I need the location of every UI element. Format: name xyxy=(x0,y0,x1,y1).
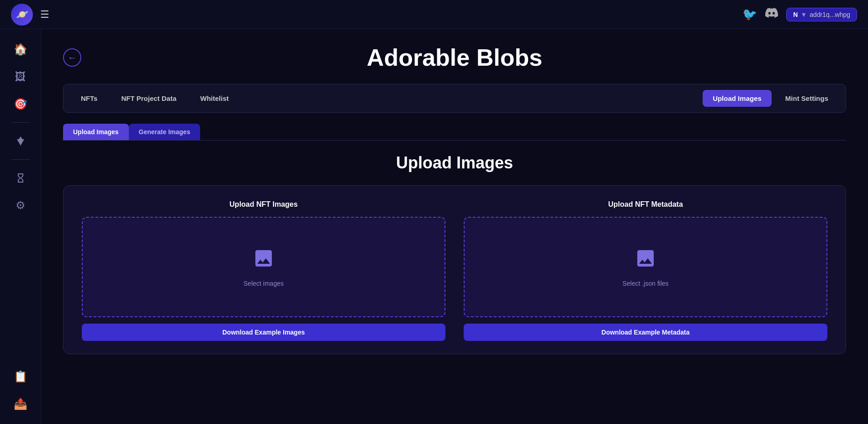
main-content: ← Adorable Blobs NFTs NFT Project Data W… xyxy=(41,29,868,424)
wallet-address: addr1q...whpg xyxy=(810,11,850,18)
back-button[interactable]: ← xyxy=(63,48,81,67)
sidebar-divider-1 xyxy=(11,122,30,123)
sidebar-divider-2 xyxy=(11,159,30,160)
topnav-right: 🐦 N ▼ addr1q...whpg xyxy=(742,6,857,22)
section-title: Upload Images xyxy=(63,153,846,173)
sidebar: 🏠 🖼 🎯 ⚙ 📋 📤 xyxy=(0,29,41,424)
sidebar-item-boost[interactable] xyxy=(9,129,32,153)
sub-divider xyxy=(63,140,846,141)
upload-nft-metadata-title: Upload NFT Metadata xyxy=(608,200,683,209)
upload-nft-images-title: Upload NFT Images xyxy=(229,200,297,209)
sub-tabs: Upload Images Generate Images xyxy=(63,124,846,140)
nft-images-dropzone-label: Select images xyxy=(243,280,284,287)
download-example-images-button[interactable]: Download Example Images xyxy=(82,324,445,341)
sidebar-item-settings[interactable]: ⚙ xyxy=(9,194,32,217)
tab-nft-project-data[interactable]: NFT Project Data xyxy=(111,90,186,107)
tab-mint-settings[interactable]: Mint Settings xyxy=(775,90,838,107)
sidebar-item-gallery[interactable]: 🖼 xyxy=(9,65,32,89)
tab-upload-images[interactable]: Upload Images xyxy=(703,90,772,107)
nft-metadata-icon xyxy=(635,247,656,273)
discord-icon[interactable] xyxy=(765,6,778,22)
twitter-icon[interactable]: 🐦 xyxy=(742,7,757,21)
nft-images-dropzone[interactable]: Select images xyxy=(82,217,445,317)
page-header: ← Adorable Blobs xyxy=(63,44,846,71)
upload-card: Upload NFT Images Select images Download… xyxy=(63,185,846,354)
hamburger-button[interactable]: ☰ xyxy=(40,9,49,21)
wallet-button[interactable]: N ▼ addr1q...whpg xyxy=(786,8,857,21)
download-example-metadata-button[interactable]: Download Example Metadata xyxy=(464,324,827,341)
logo-icon: 🪐 xyxy=(11,4,33,26)
nft-metadata-dropzone-label: Select .json files xyxy=(622,280,668,287)
sub-tab-upload-images[interactable]: Upload Images xyxy=(63,124,129,140)
tab-nfts[interactable]: NFTs xyxy=(71,90,107,107)
tabs-bar: NFTs NFT Project Data Whitelist Upload I… xyxy=(63,84,846,113)
wallet-network: N xyxy=(793,11,798,18)
sidebar-item-timer[interactable] xyxy=(9,166,32,190)
upload-nft-images-section: Upload NFT Images Select images Download… xyxy=(82,200,445,341)
sidebar-item-target[interactable]: 🎯 xyxy=(9,92,32,116)
sub-tab-generate-images[interactable]: Generate Images xyxy=(129,124,201,140)
sidebar-item-export[interactable]: 📤 xyxy=(9,392,32,416)
upload-nft-metadata-section: Upload NFT Metadata Select .json files D… xyxy=(464,200,827,341)
topnav: 🪐 ☰ 🐦 N ▼ addr1q...whpg xyxy=(0,0,868,29)
nft-images-icon xyxy=(253,247,275,273)
page-title: Adorable Blobs xyxy=(367,44,542,71)
nft-metadata-dropzone[interactable]: Select .json files xyxy=(464,217,827,317)
sidebar-item-home[interactable]: 🏠 xyxy=(9,37,32,61)
sidebar-item-clipboard[interactable]: 📋 xyxy=(9,365,32,388)
topnav-left: 🪐 ☰ xyxy=(11,4,49,26)
tab-whitelist[interactable]: Whitelist xyxy=(190,90,239,107)
